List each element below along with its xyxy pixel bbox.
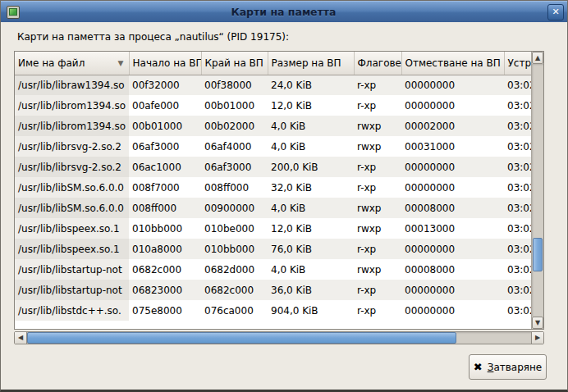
- cell-flags: rwxp: [354, 218, 401, 239]
- cell-vm-offset: 00008000: [401, 198, 504, 218]
- horizontal-scrollbar[interactable]: ◀ ▶: [14, 331, 544, 344]
- arrow-left-icon: ◀: [18, 334, 23, 341]
- cell-device: 03:02: [504, 75, 531, 95]
- dialog-description: Карти на паметта за процеса „nautilus“ (…: [17, 31, 289, 43]
- cell-vm-size: 200,0 KiB: [268, 157, 354, 177]
- column-header-vm-end[interactable]: Край на ВП: [201, 52, 268, 75]
- cell-vm-start: 010bb000: [129, 218, 201, 239]
- horizontal-scrollbar-thumb[interactable]: [27, 332, 456, 344]
- cell-vm-size: 4,0 KiB: [268, 116, 354, 136]
- cell-vm-end: 076ca000: [201, 300, 268, 321]
- column-header-vm-offset[interactable]: Отместване на ВП: [401, 52, 504, 75]
- horizontal-scrollbar-track[interactable]: [27, 332, 531, 344]
- cell-flags: rwxp: [354, 136, 401, 157]
- cell-vm-start: 008ff000: [129, 198, 201, 218]
- column-header-label: Име на файл: [18, 57, 85, 69]
- cell-filename: /usr/lib/libraw1394.so: [15, 75, 129, 95]
- cell-vm-start: 0682c000: [129, 259, 201, 280]
- memory-maps-table-frame: Име на файл ▼ Начало на ВП Край на ВП Ра…: [14, 51, 544, 330]
- cell-filename: /usr/lib/libSM.so.6.0.0: [15, 198, 129, 218]
- system-monitor-icon: [7, 6, 20, 19]
- cell-filename: /usr/lib/libstartup-not: [15, 280, 129, 300]
- cell-vm-end: 010be000: [201, 218, 268, 239]
- vertical-scrollbar[interactable]: ▲ ▼: [531, 52, 543, 329]
- cell-vm-offset: 00013000: [401, 218, 504, 239]
- cell-filename: /usr/lib/libstartup-not: [15, 259, 129, 280]
- cell-device: 03:02: [504, 218, 531, 239]
- close-icon: ✕: [552, 7, 559, 17]
- cell-vm-end: 008ff000: [201, 177, 268, 198]
- scroll-down-button[interactable]: ▼: [532, 317, 543, 329]
- cell-vm-offset: 00008000: [401, 259, 504, 280]
- cell-device: 03:02: [504, 157, 531, 177]
- cell-vm-offset: 00000000: [401, 239, 504, 259]
- scroll-left-button[interactable]: ◀: [15, 332, 27, 344]
- cell-flags: rwxp: [354, 198, 401, 218]
- arrow-up-icon: ▲: [535, 54, 540, 62]
- window-close-button[interactable]: ✕: [547, 4, 564, 21]
- cell-filename: /usr/lib/libspeex.so.1: [15, 239, 129, 259]
- cell-flags: r-xp: [354, 300, 401, 321]
- table-body: /usr/lib/libraw1394.so 00f32000 00f38000…: [15, 75, 531, 321]
- table-row[interactable]: /usr/lib/libspeex.so.1 010a8000 010bb000…: [15, 239, 531, 259]
- cell-flags: r-xp: [354, 280, 401, 300]
- cell-vm-end: 00b02000: [201, 116, 268, 136]
- close-x-icon: ✖: [474, 361, 483, 373]
- table-row[interactable]: /usr/lib/libSM.so.6.0.0 008f7000 008ff00…: [15, 177, 531, 198]
- cell-vm-start: 00b01000: [129, 116, 201, 136]
- cell-vm-size: 12,0 KiB: [268, 95, 354, 116]
- table-row[interactable]: /usr/lib/librom1394.so 00b01000 00b02000…: [15, 116, 531, 136]
- table-row[interactable]: /usr/lib/libSM.so.6.0.0 008ff000 0090000…: [15, 198, 531, 218]
- column-header-device[interactable]: Устройство: [504, 52, 531, 75]
- cell-vm-end: 0682d000: [201, 259, 268, 280]
- cell-vm-start: 06ac1000: [129, 157, 201, 177]
- cell-device: 03:02: [504, 259, 531, 280]
- cell-vm-offset: 00031000: [401, 136, 504, 157]
- table-row[interactable]: /usr/lib/librsvg-2.so.2 06ac1000 06af300…: [15, 157, 531, 177]
- cell-filename: /usr/lib/librom1394.so: [15, 116, 129, 136]
- cell-filename: /usr/lib/libSM.so.6.0.0: [15, 177, 129, 198]
- cell-vm-size: 904,0 KiB: [268, 300, 354, 321]
- cell-device: 03:02: [504, 136, 531, 157]
- cell-device: 03:02: [504, 198, 531, 218]
- table-row[interactable]: /usr/lib/librsvg-2.so.2 06af3000 06af400…: [15, 136, 531, 157]
- close-button[interactable]: ✖ Затваряне: [469, 354, 547, 380]
- cell-flags: rwxp: [354, 259, 401, 280]
- sort-descending-icon: ▼: [118, 52, 124, 75]
- column-header-vm-size[interactable]: Размер на ВП: [268, 52, 354, 75]
- cell-device: 03:02: [504, 280, 531, 300]
- cell-flags: r-xp: [354, 95, 401, 116]
- vertical-scrollbar-track[interactable]: [532, 64, 543, 317]
- titlebar[interactable]: Карти на паметта ✕: [1, 1, 567, 22]
- close-button-label: Затваряне: [488, 362, 543, 373]
- column-header-flags[interactable]: Флагове: [354, 52, 401, 75]
- cell-vm-size: 36,0 KiB: [268, 280, 354, 300]
- column-header-vm-start[interactable]: Начало на ВП: [129, 52, 201, 75]
- cell-vm-start: 06af3000: [129, 136, 201, 157]
- cell-vm-offset: 00000000: [401, 157, 504, 177]
- scroll-right-button[interactable]: ▶: [531, 332, 543, 344]
- scroll-up-button[interactable]: ▲: [532, 52, 543, 64]
- table-row[interactable]: /usr/lib/libstdc++.so. 075e8000 076ca000…: [15, 300, 531, 321]
- column-header-filename[interactable]: Име на файл ▼: [15, 52, 129, 75]
- cell-vm-start: 06823000: [129, 280, 201, 300]
- cell-vm-size: 4,0 KiB: [268, 198, 354, 218]
- cell-vm-start: 008f7000: [129, 177, 201, 198]
- cell-vm-size: 4,0 KiB: [268, 136, 354, 157]
- table-row[interactable]: /usr/lib/libstartup-not 0682c000 0682d00…: [15, 259, 531, 280]
- cell-filename: /usr/lib/libstdc++.so.: [15, 300, 129, 321]
- cell-vm-end: 0682c000: [201, 280, 268, 300]
- cell-vm-start: 010a8000: [129, 239, 201, 259]
- cell-device: 03:02: [504, 239, 531, 259]
- cell-vm-end: 00f38000: [201, 75, 268, 95]
- cell-filename: /usr/lib/libspeex.so.1: [15, 218, 129, 239]
- table-row[interactable]: /usr/lib/libstartup-not 06823000 0682c00…: [15, 280, 531, 300]
- table-row[interactable]: /usr/lib/librom1394.so 00afe000 00b01000…: [15, 95, 531, 116]
- table-row[interactable]: /usr/lib/libspeex.so.1 010bb000 010be000…: [15, 218, 531, 239]
- cell-vm-size: 32,0 KiB: [268, 177, 354, 198]
- cell-vm-offset: 00000000: [401, 280, 504, 300]
- vertical-scrollbar-thumb[interactable]: [533, 238, 543, 271]
- arrow-right-icon: ▶: [535, 334, 540, 341]
- cell-vm-end: 06af3000: [201, 157, 268, 177]
- table-row[interactable]: /usr/lib/libraw1394.so 00f32000 00f38000…: [15, 75, 531, 95]
